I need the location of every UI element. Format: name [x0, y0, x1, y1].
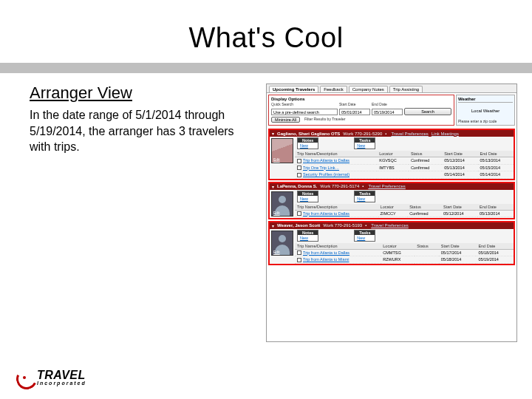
logo-sub-text: Incorporated [37, 381, 86, 386]
tab-company-notes[interactable]: Company Notes [349, 86, 388, 92]
col-status: Status [415, 243, 439, 250]
edit-avatar-link[interactable]: Edit [273, 211, 280, 215]
divider [0, 63, 532, 73]
trip-table: Trip Name/DescriptionLocatorStatusStart … [295, 204, 514, 218]
brand-logo: TRAVEL Incorporated [16, 369, 86, 386]
trip-name-link[interactable]: Security Profiles (internal) [303, 172, 349, 177]
trip-status [415, 256, 439, 264]
tab-trip-assisting[interactable]: Trip Assisting [389, 86, 423, 92]
traveler-name: Weaver, Jason Scott [277, 223, 320, 228]
trip-locator: IMTYBS [377, 164, 409, 171]
travelers-list: ▾Gagliano, Sheri Gagliano OTSWork 770-29… [267, 129, 516, 265]
trip-locator: KGVSQC [377, 157, 409, 165]
col-end: End Date [477, 204, 514, 211]
weather-title: Weather [458, 97, 513, 103]
tasks-box: TasksNew [354, 137, 375, 149]
trip-status [409, 171, 442, 179]
traveler-side: NotesNewTasksNewTrip Name/DescriptionLoc… [295, 229, 514, 264]
table-row: Trip One Trip Link…IMTYBSConfirmed05/13/… [295, 164, 514, 171]
notes-new-link[interactable]: New [298, 235, 318, 241]
traveler-link[interactable]: Link Meetings [432, 132, 459, 136]
search-button[interactable]: Search [404, 108, 451, 115]
left-column: Arranger View In the date range of 5/1/2… [30, 83, 266, 342]
traveler-links: Travel Preferences [366, 184, 406, 188]
tasks-new-link[interactable]: New [355, 196, 375, 202]
options-row: Display Options Quick Search Start Date … [267, 93, 516, 127]
trip-end: 05/15/2014 [478, 164, 514, 171]
collapse-icon[interactable]: ▾ [272, 184, 274, 189]
table-row: Security Profiles (internal)05/14/201405… [295, 171, 514, 179]
col-status: Status [407, 204, 441, 211]
notes-new-link[interactable]: New [298, 196, 318, 202]
edit-avatar-link[interactable]: Edit [273, 250, 280, 254]
col-locator: Locator [381, 243, 415, 250]
collapse-icon[interactable]: ▾ [272, 131, 274, 136]
trip-start: 05/18/2014 [439, 256, 477, 264]
traveler-links: Travel PreferencesLink Meetings [389, 132, 460, 136]
col-name: Trip Name/Description [295, 151, 377, 157]
minimize-all-button[interactable]: Minimize All [271, 117, 300, 123]
start-date-label: Start Date [339, 102, 370, 106]
traveler-header[interactable]: ▾Gagliano, Sheri Gagliano OTSWork 770-29… [270, 130, 514, 137]
weather-panel: Weather Local Weather Please enter a zip… [456, 95, 515, 126]
traveler-link[interactable]: Travel Preferences [371, 223, 408, 228]
traveler-body: EditNotesNewTasksNewTrip Name/Descriptio… [270, 229, 514, 264]
trip-start: 05/17/2014 [439, 249, 477, 256]
table-row: Trip from Atlanta to DallasKGVSQCConfirm… [295, 157, 514, 165]
filter-results-label: Filter Results by Traveler [304, 117, 345, 123]
trip-name-link[interactable]: Trip from Atlanta to Dallas [303, 158, 349, 163]
trip-checkbox[interactable] [297, 211, 301, 216]
trip-name-link[interactable]: Trip One Trip Link… [303, 166, 339, 170]
traveler-phone: Work 770-291-5290 [343, 132, 382, 136]
slide-body: Arranger View In the date range of 5/1/2… [0, 73, 532, 342]
trip-checkbox[interactable] [297, 166, 301, 170]
slide: What's Cool Arranger View In the date ra… [0, 0, 532, 399]
traveler-phone: Work 770-291-5174 [320, 184, 359, 188]
collapse-icon[interactable]: ▾ [272, 223, 274, 228]
tasks-new-link[interactable]: New [355, 143, 375, 149]
tab-upcoming-travelers[interactable]: Upcoming Travelers [269, 86, 318, 92]
notes-new-link[interactable]: New [298, 143, 318, 149]
traveler-phone: Work 770-291-5193 [323, 223, 362, 228]
traveler-body: EditNotesNewTasksNewTrip Name/Descriptio… [270, 190, 514, 218]
col-locator: Locator [377, 151, 409, 157]
quick-search-label: Quick Search [271, 102, 338, 106]
trip-table: Trip Name/DescriptionLocatorStatusStart … [295, 243, 514, 264]
trip-checkbox[interactable] [297, 250, 301, 255]
col-end: End Date [478, 151, 514, 157]
tab-feedback[interactable]: Feedback [320, 86, 347, 92]
trip-end: 05/13/2014 [477, 210, 514, 217]
traveler-header[interactable]: ▾LaPenna, Donna S.Work 770-291-5174•Trav… [270, 183, 514, 190]
trip-name-link[interactable]: Trip from Atlanta to Dallas [303, 211, 349, 216]
col-name: Trip Name/Description [295, 204, 378, 211]
logo-swoosh-icon [16, 370, 34, 385]
tasks-new-link[interactable]: New [355, 235, 375, 241]
traveler-link[interactable]: Travel Preferences [391, 132, 428, 136]
edit-avatar-link[interactable]: Edit [273, 157, 280, 162]
trip-status [415, 249, 439, 256]
trip-name-link[interactable]: Trip from Atlanta to Miami [303, 257, 349, 262]
traveler-body: EditNotesNewTasksNewTrip Name/Descriptio… [270, 137, 514, 179]
traveler-card: ▾Weaver, Jason ScottWork 770-291-5193•Tr… [268, 221, 515, 265]
section-description: In the date range of 5/1/2014 through 5/… [30, 107, 257, 155]
end-date-input[interactable]: 05/19/2014 [372, 109, 403, 115]
trip-name-link[interactable]: Trip from Atlanta to Dallas [303, 250, 349, 255]
trip-locator [377, 171, 409, 179]
trip-start: 05/12/2014 [441, 210, 477, 217]
app-screenshot: Upcoming Travelers Feedback Company Note… [266, 83, 517, 342]
trip-end: 05/13/2014 [478, 157, 514, 165]
traveler-link[interactable]: Travel Preferences [368, 184, 405, 188]
table-row: Trip from Atlanta to DallasZIMCCYConfirm… [295, 210, 514, 217]
start-date-input[interactable]: 05/01/2014 [339, 109, 370, 115]
traveler-card: ▾LaPenna, Donna S.Work 770-291-5174•Trav… [268, 182, 515, 219]
col-status: Status [409, 151, 442, 157]
avatar: Edit [271, 138, 293, 163]
trip-checkbox[interactable] [297, 258, 301, 262]
trip-checkbox[interactable] [297, 159, 301, 163]
trip-locator: RZWURX [381, 256, 415, 264]
trip-checkbox[interactable] [297, 173, 301, 177]
notes-box: NotesNew [297, 191, 318, 202]
quick-search-select[interactable]: Use a pre-defined search [271, 109, 338, 115]
trip-table: Trip Name/DescriptionLocatorStatusStart … [295, 151, 514, 179]
traveler-header[interactable]: ▾Weaver, Jason ScottWork 770-291-5193•Tr… [270, 222, 514, 229]
